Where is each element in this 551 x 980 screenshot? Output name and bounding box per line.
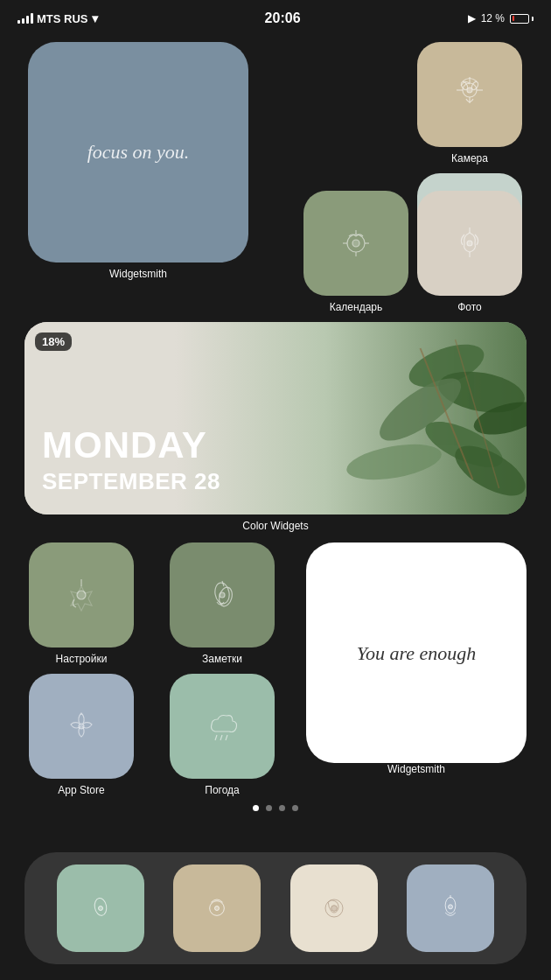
svg-line-37: [220, 735, 222, 740]
widget-badge: 18%: [35, 332, 72, 351]
home-screen: focus on you. Widgetsmith: [0, 33, 551, 811]
page-dot-2: [266, 805, 272, 811]
dock-icon-2-svg: [195, 886, 239, 930]
widgetsmith-large-icon[interactable]: focus on you.: [28, 42, 248, 262]
left-col-2: Настройки App Store: [24, 542, 165, 796]
notes-label: Заметки: [202, 653, 242, 665]
widget-bg: 18% MONDAY SEPTEMBER 28: [24, 322, 527, 514]
status-right: ▶ 12 %: [468, 12, 534, 24]
settings-icon[interactable]: [29, 542, 134, 648]
camera-icon[interactable]: [417, 42, 522, 147]
calendar-photos-row: Календарь Фото: [299, 191, 527, 313]
widgetsmith-small-icon[interactable]: You are enough: [306, 542, 527, 763]
svg-point-44: [331, 906, 337, 912]
status-left: MTS RUS ▾: [17, 11, 98, 25]
signal-icon: [17, 13, 33, 24]
page-dot-4: [292, 805, 298, 811]
calendar-label: Календарь: [330, 301, 383, 313]
appstore-icon[interactable]: [29, 674, 134, 779]
leaves-svg: [200, 322, 527, 514]
widgetsmith-large-text: focus on you.: [87, 139, 190, 166]
app-appstore[interactable]: App Store: [24, 674, 138, 796]
page-dots: [24, 805, 527, 811]
dock-icon-3[interactable]: [290, 864, 378, 952]
page-dot-3: [279, 805, 285, 811]
weather-label: Погода: [205, 784, 240, 796]
photos-label: Фото: [457, 301, 482, 313]
appstore-floral-svg: [55, 700, 108, 752]
widget-wrapper: 18% MONDAY SEPTEMBER 28 Color Widgets: [24, 322, 527, 532]
location-icon: ▶: [468, 12, 476, 24]
app-widgetsmith-large[interactable]: focus on you. Widgetsmith: [24, 42, 252, 280]
svg-point-30: [77, 591, 86, 599]
notes-icon[interactable]: [170, 542, 275, 648]
color-widget[interactable]: 18% MONDAY SEPTEMBER 28: [24, 322, 527, 514]
svg-point-35: [220, 592, 225, 598]
battery-icon: [510, 14, 534, 24]
widget-date: SEPTEMBER 28: [42, 468, 220, 495]
wifi-icon: ▾: [92, 11, 98, 25]
dock-icon-4[interactable]: [407, 864, 494, 952]
app-row-3: Настройки App Store: [24, 542, 527, 796]
appstore-label: App Store: [58, 784, 104, 796]
calendar-floral-svg: [330, 217, 382, 270]
dock-icon-1[interactable]: [57, 864, 144, 952]
app-notes[interactable]: Заметки: [165, 542, 279, 665]
svg-point-47: [449, 905, 453, 909]
widget-label: Color Widgets: [242, 520, 308, 532]
svg-line-38: [226, 735, 227, 740]
svg-point-16: [352, 240, 359, 247]
app-settings[interactable]: Настройки: [24, 542, 138, 665]
mid-col-2: Заметки Погода: [165, 542, 306, 796]
camera-floral-svg: [443, 68, 496, 121]
page-dot-1: [253, 805, 259, 811]
widgetsmith-large-label: Widgetsmith: [109, 268, 167, 280]
dock-icon-3-svg: [312, 886, 356, 930]
settings-label: Настройки: [56, 653, 108, 665]
dock: [24, 852, 527, 964]
svg-point-19: [467, 241, 472, 246]
status-bar: MTS RUS ▾ 20:06 ▶ 12 %: [0, 0, 551, 33]
svg-point-40: [98, 906, 102, 911]
carrier-label: MTS RUS: [37, 12, 88, 25]
app-widgetsmith-small[interactable]: You are enough Widgetsmith: [306, 542, 527, 775]
notes-floral-svg: [196, 569, 248, 621]
weather-floral-svg: [196, 700, 248, 752]
calendar-icon[interactable]: [303, 191, 408, 296]
svg-point-42: [215, 906, 220, 911]
time-display: 20:06: [265, 10, 301, 26]
svg-point-25: [344, 438, 444, 486]
widget-day: MONDAY: [42, 424, 207, 466]
dock-icon-4-svg: [429, 886, 472, 930]
battery-percent: 12 %: [481, 12, 505, 24]
settings-floral-svg: [55, 569, 108, 621]
dock-icon-1-svg: [79, 886, 122, 930]
app-calendar[interactable]: Календарь: [299, 191, 413, 313]
svg-line-36: [215, 735, 217, 740]
app-photos[interactable]: Фото: [413, 191, 527, 313]
app-camera[interactable]: Камера: [413, 42, 527, 164]
svg-point-31: [79, 724, 84, 729]
photos-icon[interactable]: [417, 191, 522, 296]
photos-floral-svg: [443, 217, 496, 270]
app-weather[interactable]: Погода: [165, 674, 279, 796]
camera-label: Камера: [451, 152, 488, 164]
dock-icon-2[interactable]: [173, 864, 261, 952]
widgetsmith-small-text: You are enough: [344, 626, 490, 681]
widgetsmith-small-label: Widgetsmith: [387, 763, 445, 775]
weather-icon[interactable]: [170, 674, 275, 779]
